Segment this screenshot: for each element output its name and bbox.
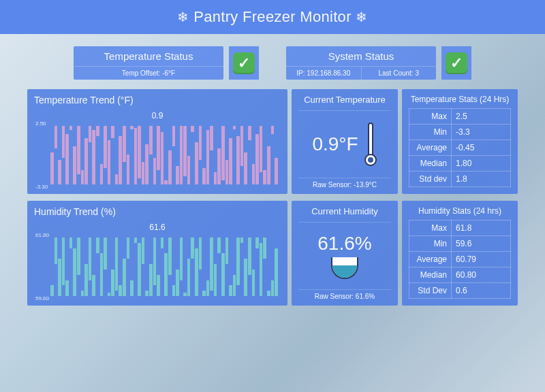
humidity-bars: [50, 238, 278, 296]
humidity-row: Humidity Trend (%) 61.6 61.80 59.60 Curr…: [27, 201, 518, 306]
humidity-trend-title: Humidity Trend (%): [34, 206, 281, 217]
current-humidity-header: Current Humidity: [298, 206, 391, 223]
stat-label: Average: [409, 251, 452, 267]
thermometer-icon: [364, 122, 377, 166]
temp-stat-std: 1.8: [452, 171, 511, 186]
system-ip-value: IP: 192.168.86.30: [286, 67, 362, 80]
current-temperature-header: Current Temperature: [298, 95, 391, 111]
temp-stat-min: -3.3: [452, 124, 511, 140]
system-status-card: System Status IP: 192.168.86.30 Last Cou…: [286, 46, 436, 80]
system-status-header: System Status: [286, 46, 436, 66]
check-icon: ✓: [233, 52, 255, 74]
snowflake-icon: ❄: [356, 10, 367, 24]
system-status-ok: ✓: [441, 46, 471, 80]
check-icon: ✓: [446, 52, 467, 74]
temperature-status-ok: ✓: [229, 46, 259, 80]
temperature-stats-header: Temperature Stats (24 Hrs): [409, 95, 511, 108]
temp-axis-min: -3.30: [35, 184, 48, 190]
page-title: Pantry Freezer Monitor: [193, 8, 352, 25]
temperature-status-card: Temperature Status Temp Offset: -6°F: [74, 46, 223, 80]
current-humidity-panel: Current Humidity 61.6% Raw Sensor: 61.6%: [292, 201, 398, 306]
stat-label: Max: [409, 108, 452, 124]
hum-axis-min: 59.60: [35, 295, 49, 301]
stat-label: Average: [409, 140, 452, 155]
app-title-bar: ❄ Pantry Freezer Monitor ❄: [0, 0, 545, 34]
hum-axis-max: 61.80: [35, 232, 49, 238]
hum-stat-min: 59.6: [452, 235, 511, 251]
stat-label: Min: [409, 235, 452, 251]
current-temperature-panel: Current Temperature 0.9°F Raw Sensor: -1…: [292, 89, 398, 194]
temp-stat-avg: -0.45: [452, 140, 511, 155]
temp-axis-max: 2.50: [35, 120, 46, 127]
humidity-trend-panel: Humidity Trend (%) 61.6 61.80 59.60: [27, 201, 287, 306]
temp-stat-max: 2.5: [452, 108, 511, 124]
temperature-stats-table: Max2.5 Min-3.3 Average-0.45 Median1.80 S…: [409, 108, 511, 187]
humidity-stats-panel: Humidity Stats (24 hrs) Max61.8 Min59.6 …: [402, 201, 518, 306]
hum-stat-median: 60.80: [452, 267, 511, 282]
temperature-status-group: Temperature Status Temp Offset: -6°F ✓: [74, 46, 259, 80]
stat-label: Median: [409, 155, 452, 171]
temperature-raw-sensor: Raw Sensor: -13.9°C: [298, 178, 391, 189]
beaker-icon: [331, 257, 358, 279]
stat-label: Std dev: [409, 171, 452, 186]
temp-offset-value: Temp Offset: -6°F: [74, 67, 223, 80]
stat-label: Median: [409, 267, 452, 282]
temperature-row: Temperature Trend (°F) 0.9 2.50 -3.30 Cu…: [27, 89, 518, 194]
humidity-stats-table: Max61.8 Min59.6 Average60.79 Median60.80…: [409, 220, 511, 299]
temperature-bars: [50, 126, 278, 184]
stat-label: Max: [409, 220, 452, 235]
hum-stat-std: 0.6: [452, 282, 511, 298]
temperature-trend-panel: Temperature Trend (°F) 0.9 2.50 -3.30: [27, 89, 287, 194]
temperature-status-header: Temperature Status: [74, 46, 223, 66]
temperature-trend-current-label: 0.9: [34, 111, 281, 120]
temp-stat-median: 1.80: [452, 155, 511, 171]
stat-label: Min: [409, 124, 452, 140]
temperature-stats-panel: Temperature Stats (24 Hrs) Max2.5 Min-3.…: [402, 89, 518, 194]
hum-stat-avg: 60.79: [452, 251, 511, 267]
system-last-count-value: Last Count: 3: [362, 67, 437, 80]
temperature-trend-chart: 2.50 -3.30: [34, 122, 281, 189]
hum-stat-max: 61.8: [452, 220, 511, 235]
status-row: Temperature Status Temp Offset: -6°F ✓ S…: [0, 46, 545, 80]
temperature-trend-title: Temperature Trend (°F): [34, 95, 281, 105]
humidity-raw-sensor: Raw Sensor: 61.6%: [298, 289, 391, 300]
humidity-trend-current-label: 61.6: [34, 223, 281, 232]
system-status-group: System Status IP: 192.168.86.30 Last Cou…: [286, 46, 471, 80]
stat-label: Std Dev: [409, 282, 452, 298]
snowflake-icon: ❄: [177, 10, 189, 24]
humidity-stats-header: Humidity Stats (24 hrs): [409, 206, 511, 220]
current-temperature-value: 0.9°F: [312, 133, 358, 155]
humidity-trend-chart: 61.80 59.60: [34, 233, 281, 300]
current-humidity-value: 61.6%: [317, 233, 371, 255]
